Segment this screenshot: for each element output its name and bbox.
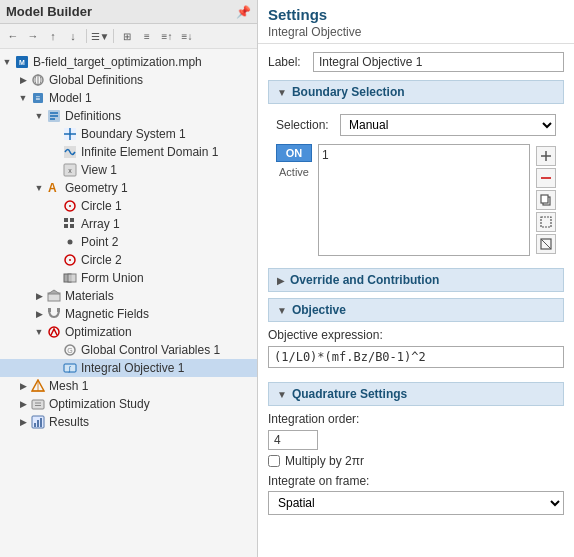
- override-section-header[interactable]: ▶ Override and Contribution: [268, 268, 564, 292]
- toggle-definitions[interactable]: ▼: [32, 109, 46, 123]
- down-button[interactable]: ↓: [64, 27, 82, 45]
- tree-item-circle1[interactable]: ▶ Circle 1: [0, 197, 257, 215]
- menu-button[interactable]: ☰▼: [91, 27, 109, 45]
- toggle-geometry[interactable]: ▼: [32, 181, 46, 195]
- objective-section-header[interactable]: ▼ Objective: [268, 298, 564, 322]
- results-icon: [30, 414, 46, 430]
- toggle-global-defs[interactable]: ▶: [16, 73, 30, 87]
- selection-dropdown[interactable]: Manual All boundaries Exterior boundarie…: [340, 114, 556, 136]
- side-icons: [536, 144, 556, 256]
- toggle-b-field[interactable]: ▼: [0, 55, 14, 69]
- tree-item-array1[interactable]: ▶ Array 1: [0, 215, 257, 233]
- tree-item-definitions[interactable]: ▼ Definitions: [0, 107, 257, 125]
- invert-icon-btn[interactable]: [536, 234, 556, 254]
- boundary-section-content: Selection: Manual All boundaries Exterio…: [268, 110, 564, 260]
- override-section-toggle: ▶: [277, 275, 285, 286]
- svg-rect-45: [34, 423, 36, 427]
- integral-obj-icon: ∫: [62, 360, 78, 376]
- tree-item-results[interactable]: ▶ Results: [0, 413, 257, 431]
- boundary-section-title: Boundary Selection: [292, 85, 405, 99]
- tree-label-optimization: Optimization: [65, 325, 132, 339]
- copy-icon-btn[interactable]: [536, 190, 556, 210]
- toggle-mesh1[interactable]: ▶: [16, 379, 30, 393]
- back-button[interactable]: ←: [4, 27, 22, 45]
- tree-item-form-union[interactable]: ▶ Form Union: [0, 269, 257, 287]
- tree-label-array1: Array 1: [81, 217, 120, 231]
- svg-rect-47: [40, 418, 42, 427]
- expression-input[interactable]: [268, 346, 564, 368]
- label-field-label: Label:: [268, 55, 313, 69]
- expression-label: Objective expression:: [268, 328, 383, 342]
- svg-rect-28: [68, 274, 76, 282]
- tree-item-infinite-el[interactable]: ▶ Infinite Element Domain 1: [0, 143, 257, 161]
- tree-item-mesh1[interactable]: ▶ Mesh 1: [0, 377, 257, 395]
- tree-label-results: Results: [49, 415, 89, 429]
- settings-subtitle: Integral Objective: [268, 25, 564, 39]
- tree-label-global-ctrl: Global Control Variables 1: [81, 343, 220, 357]
- integration-order-input[interactable]: [268, 430, 318, 450]
- svg-point-26: [69, 259, 71, 261]
- list-button[interactable]: ≡: [138, 27, 156, 45]
- tree-label-infinite-el: Infinite Element Domain 1: [81, 145, 218, 159]
- forward-button[interactable]: →: [24, 27, 42, 45]
- tree-item-model1[interactable]: ▼ ≡ Model 1: [0, 89, 257, 107]
- tree-item-magnetic[interactable]: ▶ Magnetic Fields: [0, 305, 257, 323]
- tree-item-point2[interactable]: ▶ Point 2: [0, 233, 257, 251]
- objective-section-title: Objective: [292, 303, 346, 317]
- circle1-icon: [62, 198, 78, 214]
- label-field-row: Label:: [268, 52, 564, 72]
- frame-select[interactable]: Spatial Material Geometry: [268, 491, 564, 515]
- multiply-label: Multiply by 2πr: [285, 454, 364, 468]
- tree-item-materials[interactable]: ▶ Materials: [0, 287, 257, 305]
- toggle-model1[interactable]: ▼: [16, 91, 30, 105]
- on-button[interactable]: ON: [276, 144, 312, 162]
- active-badge: ON Active: [276, 144, 312, 256]
- settings-title: Settings: [268, 6, 564, 23]
- panel-header-icons: 📌: [236, 5, 251, 19]
- settings-header: Settings Integral Objective: [258, 0, 574, 44]
- svg-rect-20: [64, 218, 68, 222]
- toggle-optim-study[interactable]: ▶: [16, 397, 30, 411]
- tree-item-optimization[interactable]: ▼ Optimization: [0, 323, 257, 341]
- tree-item-global-ctrl[interactable]: ▶ G Global Control Variables 1: [0, 341, 257, 359]
- definitions-icon: [46, 108, 62, 124]
- multiply-checkbox[interactable]: [268, 455, 280, 467]
- up-button[interactable]: ↑: [44, 27, 62, 45]
- tree-item-global-defs[interactable]: ▶ Global Definitions: [0, 71, 257, 89]
- tree-item-boundary-sys[interactable]: ▶ Boundary System 1: [0, 125, 257, 143]
- boundary-section-header[interactable]: ▼ Boundary Selection: [268, 80, 564, 104]
- boundary-sys-icon: [62, 126, 78, 142]
- tree-item-circle2[interactable]: ▶ Circle 2: [0, 251, 257, 269]
- tree-label-integral-obj: Integral Objective 1: [81, 361, 184, 375]
- objective-section-toggle: ▼: [277, 305, 287, 316]
- separator-1: [86, 29, 87, 43]
- point2-icon: [62, 234, 78, 250]
- tree-item-optim-study[interactable]: ▶ Optimization Study: [0, 395, 257, 413]
- label-input[interactable]: [313, 52, 564, 72]
- tree-label-circle1: Circle 1: [81, 199, 122, 213]
- pin-icon[interactable]: 📌: [236, 5, 251, 19]
- list-down-button[interactable]: ≡↓: [178, 27, 196, 45]
- selection-list-box[interactable]: 1: [318, 144, 530, 256]
- override-section-title: Override and Contribution: [290, 273, 439, 287]
- remove-icon-btn[interactable]: [536, 168, 556, 188]
- add-icon-btn[interactable]: [536, 146, 556, 166]
- toggle-optimization[interactable]: ▼: [32, 325, 46, 339]
- expand-button[interactable]: ⊞: [118, 27, 136, 45]
- list-up-button[interactable]: ≡↑: [158, 27, 176, 45]
- quadrature-section-header[interactable]: ▼ Quadrature Settings: [268, 382, 564, 406]
- global-ctrl-icon: G: [62, 342, 78, 358]
- tree-label-view1: View 1: [81, 163, 117, 177]
- tree-item-integral-obj[interactable]: ▶ ∫ Integral Objective 1: [0, 359, 257, 377]
- objective-section-content: Objective expression:: [268, 328, 564, 374]
- tree-item-view1[interactable]: ▶ x View 1: [0, 161, 257, 179]
- svg-text:M: M: [19, 59, 25, 66]
- tree-label-model1: Model 1: [49, 91, 92, 105]
- select-all-icon-btn[interactable]: [536, 212, 556, 232]
- tree-item-b-field[interactable]: ▼ M B-field_target_optimization.mph: [0, 53, 257, 71]
- tree-item-geometry[interactable]: ▼ A Geometry 1: [0, 179, 257, 197]
- toggle-magnetic[interactable]: ▶: [32, 307, 46, 321]
- toggle-results[interactable]: ▶: [16, 415, 30, 429]
- svg-text:G: G: [67, 347, 72, 354]
- toggle-materials[interactable]: ▶: [32, 289, 46, 303]
